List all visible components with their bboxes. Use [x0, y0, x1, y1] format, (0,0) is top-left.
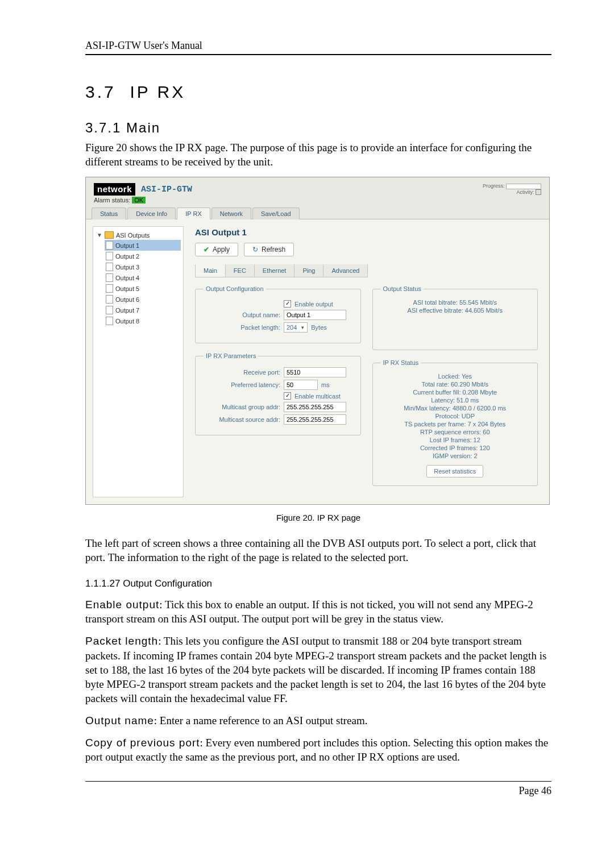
tree-item-output-6[interactable]: Output 6 [105, 294, 181, 305]
refresh-button[interactable]: ↻Refresh [244, 243, 294, 256]
enable-multicast-label: Enable multicast [294, 393, 341, 400]
file-icon [106, 241, 113, 250]
progress-bar [506, 184, 541, 189]
apply-button[interactable]: ✔Apply [195, 243, 238, 256]
enable-output-label: Enable output [294, 301, 333, 308]
file-icon [106, 284, 113, 293]
body-paragraph: Packet length: This lets you configure t… [85, 634, 551, 705]
progress-label: Progress: [483, 183, 505, 189]
output-config-legend: Output Configuration [204, 285, 266, 292]
subsection-heading: 3.7.1 Main [85, 120, 551, 136]
preferred-latency-unit: ms [321, 381, 330, 388]
multicast-group-input[interactable] [284, 402, 346, 412]
tab-status[interactable]: Status [92, 207, 126, 219]
preferred-latency-label: Preferred latency: [204, 381, 280, 388]
file-icon [106, 263, 113, 271]
app-window: network ASI-IP-GTW Progress: Activity: A… [85, 177, 550, 505]
file-icon [106, 273, 113, 282]
iprx-status-box: IP RX Status Locked: Yes Total rate: 60.… [372, 359, 538, 486]
file-icon [106, 295, 113, 304]
tree-item-output-8[interactable]: Output 8 [105, 315, 181, 326]
receive-port-input[interactable] [284, 367, 346, 377]
figure-caption: Figure 20. IP RX page [85, 513, 551, 522]
output-status-box: Output Status ASI total bitrate: 55.545 … [372, 285, 538, 350]
asi-effective-bitrate: ASI effective bitrate: 44.605 Mbit/s [381, 307, 530, 314]
inner-tab-ethernet[interactable]: Ethernet [255, 264, 295, 277]
packet-length-label: Packet length: [204, 324, 280, 331]
iprx-status-line: Locked: Yes [381, 373, 530, 380]
packet-length-unit: Bytes [311, 324, 327, 331]
iprx-status-line: TS packets per frame: 7 x 204 Bytes [381, 421, 530, 427]
content-title: ASI Output 1 [195, 227, 538, 237]
multicast-source-input[interactable] [284, 414, 346, 425]
multicast-group-label: Multicast group addr: [204, 404, 280, 410]
folder-icon [105, 231, 114, 239]
iprx-status-line: IGMP version: 2 [381, 452, 530, 459]
brand-logo: network [94, 183, 135, 196]
iprx-params-box: IP RX Parameters Receive port: Preferred… [195, 352, 361, 435]
multicast-source-label: Multicast source addr: [204, 416, 280, 423]
activity-label: Activity: [516, 189, 534, 195]
body-paragraph: The left part of screen shows a three co… [85, 536, 551, 564]
tree-item-output-3[interactable]: Output 3 [105, 261, 181, 272]
alarm-status: OK [132, 197, 146, 203]
inner-tab-fec[interactable]: FEC [226, 264, 255, 277]
receive-port-label: Receive port: [204, 369, 280, 376]
file-icon [106, 306, 113, 314]
tab-network[interactable]: Network [211, 207, 251, 219]
intro-paragraph: Figure 20 shows the IP RX page. The purp… [85, 140, 551, 169]
iprx-status-line: Current buffer fill: 0.208 Mbyte [381, 389, 530, 396]
tab-save-load[interactable]: Save/Load [252, 207, 300, 219]
iprx-params-legend: IP RX Parameters [204, 352, 258, 359]
body-paragraph: Output name: Enter a name reference to a… [85, 713, 551, 728]
output-name-label: Output name: [204, 312, 280, 318]
asi-total-bitrate: ASI total bitrate: 55.545 Mbit/s [381, 299, 530, 306]
check-icon: ✔ [204, 246, 209, 254]
output-name-input[interactable] [284, 310, 346, 320]
page-footer: Page 46 [85, 781, 551, 797]
activity-led [536, 189, 541, 195]
tree-panel: ▼ ASI Outputs Output 1 Output 2 Output 3… [93, 226, 184, 497]
section-heading: 3.7 IP RX [85, 82, 551, 102]
tree-root[interactable]: ▼ ASI Outputs [96, 230, 181, 240]
chevron-down-icon: ▼ [300, 325, 305, 330]
output-config-box: Output Configuration ✓Enable output Outp… [195, 285, 361, 343]
body-paragraph: Copy of previous port: Every even number… [85, 736, 551, 764]
refresh-icon: ↻ [252, 246, 258, 254]
preferred-latency-input[interactable] [284, 380, 318, 390]
file-icon [106, 252, 113, 260]
output-status-legend: Output Status [381, 285, 424, 292]
brand-model: ASI-IP-GTW [141, 185, 192, 194]
page-header: ASI-IP-GTW User's Manual [85, 40, 551, 55]
inner-tabs: Main FEC Ethernet Ping Advanced [195, 264, 368, 277]
packet-length-select[interactable]: 204▼ [284, 322, 308, 333]
tab-device-info[interactable]: Device Info [127, 207, 176, 219]
tab-ip-rx[interactable]: IP RX [177, 207, 210, 219]
alarm-label: Alarm status: [94, 197, 130, 203]
tree-item-output-2[interactable]: Output 2 [105, 251, 181, 261]
iprx-status-line: Latency: 51.0 ms [381, 397, 530, 404]
inner-tab-ping[interactable]: Ping [294, 264, 323, 277]
inner-tab-advanced[interactable]: Advanced [323, 264, 367, 277]
reset-statistics-button[interactable]: Reset statistics [426, 465, 483, 477]
tree-item-output-5[interactable]: Output 5 [105, 283, 181, 294]
tree-item-output-1[interactable]: Output 1 [105, 240, 181, 251]
inner-tab-main[interactable]: Main [196, 264, 226, 277]
file-icon [106, 317, 113, 325]
subsubsection-heading: 1.1.1.27 Output Configuration [85, 578, 551, 589]
enable-multicast-checkbox[interactable]: ✓ [284, 392, 291, 400]
main-tabs: Status Device Info IP RX Network Save/Lo… [86, 207, 549, 219]
tree-item-output-7[interactable]: Output 7 [105, 305, 181, 315]
tree-item-output-4[interactable]: Output 4 [105, 272, 181, 283]
iprx-status-line: Min/Max latency: 4880.0 / 6200.0 ms [381, 405, 530, 412]
iprx-status-line: Corrected IP frames: 120 [381, 445, 530, 451]
iprx-status-legend: IP RX Status [381, 359, 421, 366]
iprx-status-line: Protocol: UDP [381, 413, 530, 420]
iprx-status-line: Total rate: 60.290 Mbit/s [381, 381, 530, 388]
collapse-icon[interactable]: ▼ [97, 232, 102, 238]
body-paragraph: Enable output: Tick this box to enable a… [85, 597, 551, 626]
iprx-status-line: RTP sequence errors: 60 [381, 429, 530, 435]
iprx-status-line: Lost IP frames: 12 [381, 437, 530, 443]
enable-output-checkbox[interactable]: ✓ [284, 300, 291, 308]
